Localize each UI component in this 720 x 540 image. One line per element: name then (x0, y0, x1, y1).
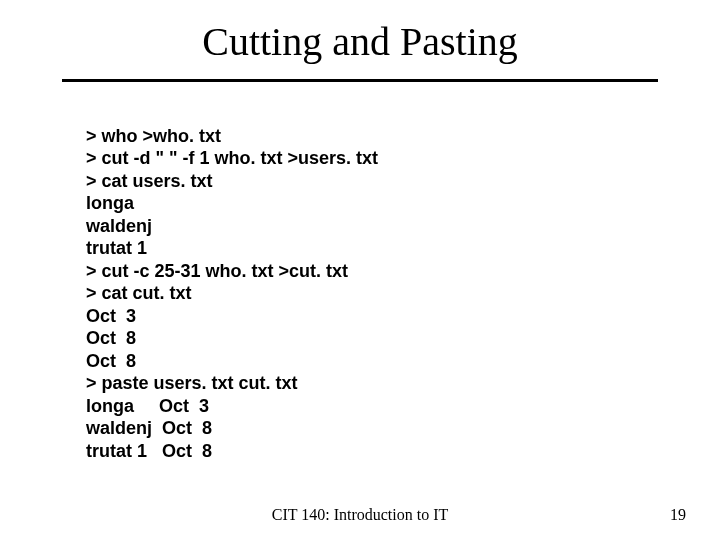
term-line: > cut -c 25-31 who. txt >cut. txt (86, 261, 348, 281)
term-line: > cut -d " " -f 1 who. txt >users. txt (86, 148, 378, 168)
slide-title: Cutting and Pasting (0, 0, 720, 75)
term-line: > cat users. txt (86, 171, 213, 191)
term-line: longa (86, 193, 134, 213)
term-line: trutat 1 Oct 8 (86, 441, 212, 461)
term-line: waldenj Oct 8 (86, 418, 212, 438)
term-line: > paste users. txt cut. txt (86, 373, 298, 393)
footer-page-number: 19 (670, 506, 686, 524)
term-line: longa Oct 3 (86, 396, 209, 416)
terminal-output: > who >who. txt > cut -d " " -f 1 who. t… (86, 102, 720, 462)
term-line: Oct 3 (86, 306, 136, 326)
title-divider (62, 79, 658, 82)
term-line: trutat 1 (86, 238, 147, 258)
term-line: > who >who. txt (86, 126, 221, 146)
term-line: waldenj (86, 216, 152, 236)
footer-course: CIT 140: Introduction to IT (0, 506, 720, 524)
slide: Cutting and Pasting > who >who. txt > cu… (0, 0, 720, 540)
term-line: Oct 8 (86, 328, 136, 348)
term-line: Oct 8 (86, 351, 136, 371)
term-line: > cat cut. txt (86, 283, 192, 303)
